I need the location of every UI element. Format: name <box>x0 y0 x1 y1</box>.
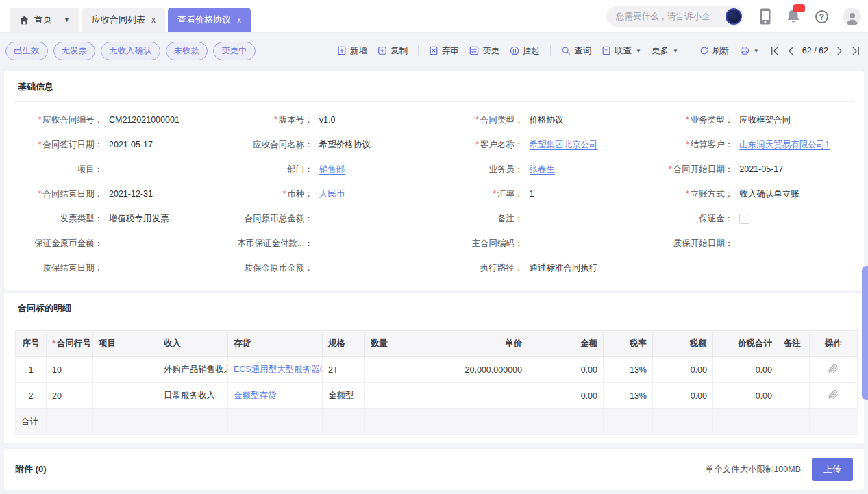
column-header-project: 项目 <box>93 331 158 357</box>
bell-icon[interactable]: ··· <box>786 8 800 25</box>
action-label: 更多 <box>652 45 669 57</box>
form-field: 合同原币总金额： <box>224 206 434 231</box>
form-field: *合同结束日期：2021-12-31 <box>14 182 224 206</box>
column-header-op: 操作 <box>810 331 858 357</box>
inventory-link[interactable]: 金额型存货 <box>234 391 277 400</box>
tab-close-icon[interactable]: x <box>237 15 241 25</box>
search-icon <box>561 46 571 55</box>
field-label: 执行路径： <box>434 262 523 274</box>
side-panel-handle[interactable] <box>862 266 868 400</box>
tab-item-2[interactable]: 查看价格协议x <box>168 8 251 32</box>
cell-seq: 1 <box>16 357 47 383</box>
field-label: *结算客户： <box>644 139 733 151</box>
action-label: 查询 <box>574 45 591 57</box>
file-plus-icon <box>337 46 347 55</box>
paperclip-icon[interactable] <box>828 393 839 402</box>
basic-info-form: *应收合同编号：CM212021000001*版本号：v1.0*合同类型：价格协… <box>14 102 854 290</box>
action-弃审[interactable]: 弃审 <box>429 45 459 57</box>
action-挂起[interactable]: 挂起 <box>510 45 540 57</box>
column-header-spec: 规格 <box>323 331 365 357</box>
field-label: 质保结束日期： <box>14 262 103 274</box>
field-label: 业务员： <box>434 164 523 175</box>
field-label: *合同开始日期： <box>644 164 733 175</box>
first-page-button[interactable] <box>769 46 780 56</box>
action-联查[interactable]: 联查▼ <box>602 45 641 57</box>
field-value: 价格协议 <box>530 114 564 126</box>
chevron-down-icon: ▼ <box>754 48 759 54</box>
field-label: 应收合同名称： <box>224 139 313 151</box>
tab-close-icon[interactable]: x <box>151 15 156 25</box>
field-label: *业务类型： <box>644 114 733 126</box>
field-label: *合同结束日期： <box>14 188 103 200</box>
field-link[interactable]: 人民币 <box>319 188 345 200</box>
assistant-search[interactable] <box>606 6 744 27</box>
field-label: *客户名称： <box>434 139 523 151</box>
inventory-link[interactable]: ECS通用型大型服务器G5 <box>234 365 323 374</box>
field-label: 质保金原币金额： <box>224 262 313 274</box>
total-cell-tax_rate <box>604 409 653 435</box>
field-value: 增值税专用发票 <box>109 213 169 225</box>
total-cell-price <box>410 409 528 435</box>
assistant-avatar[interactable] <box>726 8 742 25</box>
field-label: *合同签订日期： <box>14 139 103 151</box>
cell-seq: 2 <box>16 383 47 409</box>
field-link[interactable]: 山东润天贸易有限公司1 <box>739 139 830 151</box>
cell-total: 0.00 <box>713 357 778 383</box>
status-badge: 已生效 <box>5 42 48 60</box>
toolbar-divider <box>689 45 689 56</box>
tab-home[interactable]: 首页▼ <box>10 8 79 32</box>
tab-label: 查看价格协议 <box>177 14 231 26</box>
required-star: * <box>38 189 42 199</box>
field-label: *立账方式： <box>644 188 733 200</box>
form-field: 备注： <box>434 206 645 231</box>
total-cell-inventory <box>228 409 323 435</box>
prev-page-button[interactable] <box>786 46 796 56</box>
action-变更[interactable]: 变更 <box>469 45 499 57</box>
field-label: 项目： <box>14 164 103 175</box>
action-新增[interactable]: 新增 <box>337 45 367 57</box>
form-field: 执行路径：通过标准合同执行 <box>434 256 645 280</box>
topbar-right: ··· ? <box>606 0 861 33</box>
cell-amount: 0.00 <box>528 357 604 383</box>
deposit-checkbox[interactable] <box>739 214 749 224</box>
form-field: *合同类型：价格协议 <box>434 108 645 132</box>
field-label: 备注： <box>434 213 523 225</box>
field-label: *合同类型： <box>434 114 523 126</box>
cell-tax_rate: 13% <box>604 357 653 383</box>
field-label: *应收合同编号： <box>14 114 103 126</box>
form-field: 质保金原币金额： <box>224 256 434 280</box>
action-print[interactable]: ▼ <box>740 46 759 55</box>
paperclip-icon[interactable] <box>828 367 839 376</box>
action-更多[interactable]: 更多▼ <box>652 45 678 57</box>
tab-item-1[interactable]: 应收合同列表x <box>82 8 165 32</box>
cell-amount: 0.00 <box>528 383 604 409</box>
cell-project <box>93 383 158 409</box>
field-link[interactable]: 销售部 <box>319 164 345 175</box>
form-field: 项目： <box>14 157 224 182</box>
mobile-icon[interactable] <box>759 8 771 25</box>
field-value: 2021-05-17 <box>739 164 783 174</box>
page-indicator: 62 / 62 <box>802 46 828 55</box>
cell-op <box>810 383 858 409</box>
action-刷新[interactable]: 刷新 <box>699 45 730 57</box>
printer-icon <box>740 46 749 55</box>
cell-tax: 0.00 <box>653 357 713 383</box>
upload-button[interactable]: 上传 <box>812 458 853 481</box>
next-page-button[interactable] <box>834 46 845 56</box>
cell-remark <box>778 357 810 383</box>
assistant-search-input[interactable] <box>616 12 719 21</box>
field-link[interactable]: 张春生 <box>530 164 556 175</box>
form-field: *版本号：v1.0 <box>224 108 434 132</box>
help-icon[interactable]: ? <box>815 10 828 23</box>
cell-op <box>810 357 858 383</box>
chevron-down-icon: ▼ <box>636 48 641 54</box>
toolbar-divider <box>550 45 551 56</box>
action-复制[interactable]: 复制 <box>377 45 408 57</box>
file-x-icon <box>429 46 438 55</box>
status-badge: 未收款 <box>166 42 208 60</box>
action-查询[interactable]: 查询 <box>561 45 591 57</box>
field-value: 应收框架合同 <box>739 114 791 126</box>
field-link[interactable]: 希望集团北京公司 <box>530 139 598 151</box>
avatar[interactable] <box>843 8 861 25</box>
last-page-button[interactable] <box>851 46 861 56</box>
